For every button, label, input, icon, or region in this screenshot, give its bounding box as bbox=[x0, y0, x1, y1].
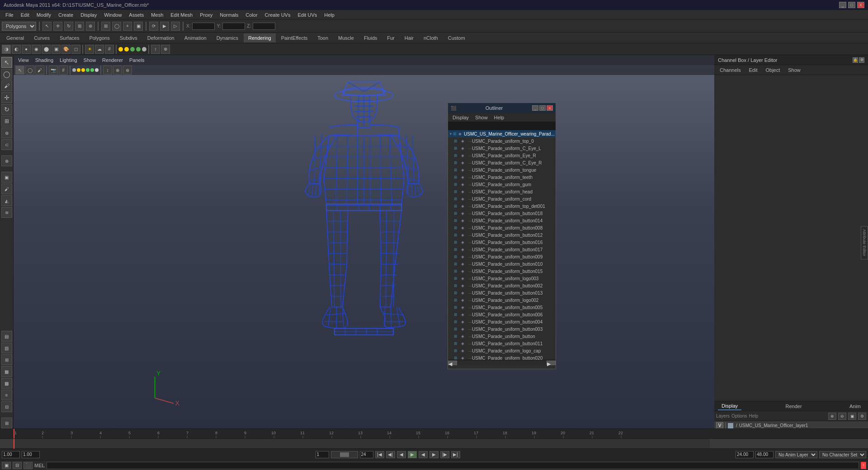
select-tool[interactable]: ↖ bbox=[1, 57, 12, 68]
lasso-tool[interactable]: ◯ bbox=[1, 69, 12, 80]
menu-create[interactable]: Create bbox=[55, 11, 77, 19]
channel-box-menu-object[interactable]: Object bbox=[762, 66, 783, 74]
shading-wire-icon[interactable]: ◑ bbox=[2, 45, 11, 54]
outliner-list-item[interactable]: ⊞ ◈ — USMC_Parade_uniform_button009 bbox=[448, 253, 556, 260]
outliner-list-item[interactable]: ⊞ ◈ — USMC_Parade_uniform_button005 bbox=[448, 304, 556, 311]
timeline-ruler[interactable]: // Inline tick generation won't run here… bbox=[0, 428, 868, 438]
anim-layer-dropdown[interactable]: No Anim Layer bbox=[775, 451, 817, 458]
mode-dropdown[interactable]: Polygons bbox=[2, 22, 36, 31]
minimize-button[interactable]: _ bbox=[839, 2, 846, 8]
tab-surfaces[interactable]: Surfaces bbox=[55, 33, 84, 42]
snap-surface-icon[interactable]: ▣ bbox=[134, 22, 143, 31]
layout7-icon[interactable]: ⊟ bbox=[1, 401, 12, 412]
mel-input[interactable] bbox=[47, 462, 859, 469]
scale-tool[interactable]: ⊞ bbox=[1, 116, 12, 127]
menu-assets[interactable]: Assets bbox=[125, 11, 147, 19]
play-reverse-button[interactable]: ◀ bbox=[419, 451, 428, 458]
next-frame-button[interactable]: ▶ bbox=[429, 451, 439, 458]
next-key-button[interactable]: |▶ bbox=[440, 451, 449, 458]
outliner-list-item[interactable]: ⊞ ◈ — USMC_Parade_uniform_C_Eye_L bbox=[448, 145, 556, 152]
outliner-list-item[interactable]: ⊞ ◈ — USMC_Parade_uniform_cord bbox=[448, 195, 556, 202]
tab-subdivs[interactable]: Subdivs bbox=[115, 33, 142, 42]
outliner-list-item[interactable]: ⊞ ◈ — USMC_Parade_uniform_button008 bbox=[448, 224, 556, 231]
layout3-icon[interactable]: ⊞ bbox=[1, 354, 12, 365]
layer-render-tab[interactable]: Render bbox=[782, 403, 805, 410]
outliner-list-item[interactable]: ⊞ ◈ — USMC_Parade_uniform_button013 bbox=[448, 289, 556, 296]
outliner-content[interactable]: ▼ ⊞ ◈ USMC_US_Marine_Officer_wearing_Par… bbox=[448, 130, 556, 360]
menu-window[interactable]: Window bbox=[100, 11, 125, 19]
outliner-list-item[interactable]: ⊞ ◈ — USMC_Parade_uniform_logo002 bbox=[448, 296, 556, 304]
channel-box-menu-channels[interactable]: Channels bbox=[716, 66, 744, 74]
menu-help[interactable]: Help bbox=[321, 11, 338, 19]
outliner-list-item[interactable]: ⊞ ◈ — USMC_Parade_uniform_button018 bbox=[448, 210, 556, 217]
timeline-keyframe-input[interactable] bbox=[316, 451, 329, 458]
layer-create-btn[interactable]: ⊕ bbox=[828, 413, 836, 420]
viewport[interactable]: View Shading Lighting Show Renderer Pane… bbox=[14, 55, 714, 430]
layout6-icon[interactable]: ≡ bbox=[1, 390, 12, 400]
mel-icon-btn[interactable]: ▣ bbox=[2, 462, 11, 469]
scroll-right-btn[interactable]: ▶ bbox=[547, 361, 556, 365]
layer-menu-options[interactable]: Options bbox=[731, 414, 747, 418]
menu-edit-uvs[interactable]: Edit UVs bbox=[294, 11, 321, 19]
outliner-list-item[interactable]: ⊞ ◈ — USMC_Parade_uniform_button004 bbox=[448, 318, 556, 325]
quality-dot-1[interactable] bbox=[118, 47, 123, 52]
outliner-list-item[interactable]: ⊞ ◈ — USMC_Parade_uniform_tongue bbox=[448, 166, 556, 174]
title-bar-controls[interactable]: _ □ X bbox=[839, 2, 864, 8]
tab-curves[interactable]: Curves bbox=[29, 33, 54, 42]
snap-move-icon[interactable]: ↕ bbox=[151, 45, 160, 54]
tab-rendering[interactable]: Rendering bbox=[244, 33, 276, 42]
outliner-minimize[interactable]: _ bbox=[532, 105, 538, 111]
menu-proxy[interactable]: Proxy bbox=[196, 11, 216, 19]
outliner-scrollbar-horizontal[interactable]: ◀ ▶ bbox=[448, 360, 556, 365]
history-icon[interactable]: ⟳ bbox=[149, 22, 158, 31]
quality-dot-5[interactable] bbox=[142, 47, 146, 52]
outliner-list-item[interactable]: ⊞ ◈ — USMC_Parade_uniform_button020 bbox=[448, 354, 556, 360]
outliner-list-item[interactable]: ⊞ ◈ — USMC_Parade_uniform_button017 bbox=[448, 246, 556, 253]
tab-toon[interactable]: Toon bbox=[313, 33, 333, 42]
layer-color-indicator[interactable] bbox=[728, 423, 733, 428]
shading-smooth-icon[interactable]: ● bbox=[22, 45, 31, 54]
timeline-start-frame[interactable] bbox=[22, 451, 40, 458]
outliner-maximize[interactable]: □ bbox=[539, 105, 546, 111]
outliner-close[interactable]: X bbox=[547, 105, 553, 111]
timeline-extended-end[interactable] bbox=[755, 451, 774, 458]
shading-smooth2-icon[interactable]: ◉ bbox=[32, 45, 41, 54]
mel-stop-btn[interactable]: ⬛ bbox=[24, 462, 33, 469]
shadow-icon[interactable]: ☁ bbox=[95, 45, 104, 54]
ipr-icon[interactable]: ▷ bbox=[171, 22, 180, 31]
snap-all-icon[interactable]: ⊕ bbox=[161, 45, 170, 54]
outliner-list-item[interactable]: ⊞ ◈ — USMC_Parade_uniform_button014 bbox=[448, 217, 556, 224]
quick-layout-icon[interactable]: ⊞ bbox=[1, 418, 12, 428]
layer-editor-btn[interactable]: ▣ bbox=[848, 413, 856, 420]
snap-curve-icon[interactable]: ◯ bbox=[112, 22, 121, 31]
tab-fur[interactable]: Fur bbox=[382, 33, 399, 42]
outliner-menu-show[interactable]: Show bbox=[472, 114, 491, 121]
channel-box-menu-show[interactable]: Show bbox=[784, 66, 804, 74]
outliner-list-item[interactable]: ⊞ ◈ — USMC_Parade_uniform_button006 bbox=[448, 311, 556, 318]
snap-point-icon[interactable]: + bbox=[123, 22, 132, 31]
menu-normals[interactable]: Normals bbox=[216, 11, 242, 19]
coord-x-input[interactable] bbox=[192, 23, 215, 30]
soft-mod-tool[interactable]: ⊂ bbox=[1, 139, 12, 150]
rotate-icon[interactable]: ↻ bbox=[64, 22, 73, 31]
outliner-list-item[interactable]: ⊞ ◈ — USMC_Parade_uniform_logo_cap bbox=[448, 347, 556, 354]
shading-wire2-icon[interactable]: ◻ bbox=[71, 45, 80, 54]
outliner-search-input[interactable] bbox=[450, 122, 554, 128]
scroll-left-btn[interactable]: ◀ bbox=[448, 361, 457, 365]
mel-error-indicator[interactable]: ! bbox=[861, 462, 866, 469]
quality-dot-3[interactable] bbox=[130, 47, 135, 52]
tab-ncloth[interactable]: nCloth bbox=[419, 33, 443, 42]
menu-file[interactable]: File bbox=[2, 11, 17, 19]
layout5-icon[interactable]: ▩ bbox=[1, 378, 12, 389]
timeline-playhead[interactable] bbox=[14, 439, 14, 449]
manipulator-icon[interactable]: ⊛ bbox=[86, 22, 95, 31]
timeline-track-area[interactable] bbox=[14, 439, 710, 448]
outliner-list-item[interactable]: ⊞ ◈ — USMC_Parade_uniform_button010 bbox=[448, 260, 556, 268]
character-set-dropdown[interactable]: No Character Set bbox=[819, 451, 866, 458]
translate-icon[interactable]: ✛ bbox=[53, 22, 62, 31]
outliner-menu-help[interactable]: Help bbox=[491, 114, 507, 121]
quality-dot-4[interactable] bbox=[136, 47, 141, 52]
outliner-list-item[interactable]: ⊞ ◈ — USMC_Parade_uniform_Eye_R bbox=[448, 152, 556, 159]
menu-create-uvs[interactable]: Create UVs bbox=[261, 11, 294, 19]
tab-dynamics[interactable]: Dynamics bbox=[212, 33, 243, 42]
